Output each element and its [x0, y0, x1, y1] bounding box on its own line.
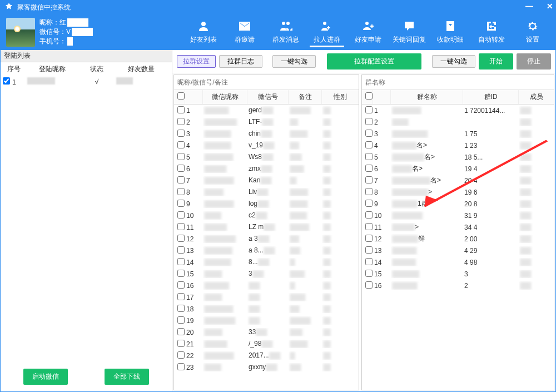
friend-row[interactable]: 9log: [174, 198, 359, 210]
friend-row[interactable]: 13a 8...: [174, 245, 359, 256]
title-bar: 聚客微信中控系统 — ✕: [1, 1, 555, 14]
start-button[interactable]: 开始: [479, 53, 513, 70]
friend-row[interactable]: 16: [174, 280, 359, 291]
group-row[interactable]: 11 72001144...: [362, 105, 554, 116]
keyword-reply-icon: [392, 18, 426, 34]
tab-pull-log[interactable]: 拉群日志: [219, 55, 262, 68]
friend-apply-icon: [351, 18, 385, 34]
settings-icon: [515, 18, 550, 34]
friend-row[interactable]: 6zmx: [174, 163, 359, 175]
group-row[interactable]: 144 98: [362, 256, 554, 268]
nav-friend-apply[interactable]: 好友申请: [351, 17, 385, 47]
friend-row[interactable]: 7Kan: [174, 175, 359, 186]
group-row[interactable]: 153: [362, 268, 554, 280]
user-avatar: [6, 18, 35, 47]
friend-row[interactable]: 3chin: [174, 128, 359, 140]
friend-row[interactable]: 18: [174, 303, 359, 315]
group-row[interactable]: 7名>20 4: [362, 175, 554, 186]
tab-pull-settings[interactable]: 拉群设置: [177, 55, 216, 68]
app-title: 聚客微信中控系统: [17, 3, 71, 12]
friend-row[interactable]: 17: [174, 291, 359, 303]
group-row[interactable]: 162: [362, 280, 554, 291]
search-icon: [348, 78, 355, 87]
login-row[interactable]: 1√: [1, 76, 172, 87]
group-row[interactable]: 2: [362, 116, 554, 128]
header: 昵称：红 微信号：V 手机号： 好友列表群邀请群发消息拉人进群好友申请关键词回复…: [1, 14, 555, 50]
group-row[interactable]: 5名>18 5...: [362, 151, 554, 163]
friend-row[interactable]: 11LZ m: [174, 221, 359, 233]
sidebar-title: 登陆列表: [1, 50, 172, 62]
group-row[interactable]: 11>34 4: [362, 221, 554, 233]
group-search-input[interactable]: [362, 75, 554, 90]
friend-row[interactable]: 15 3: [174, 268, 359, 280]
close-button[interactable]: ✕: [547, 2, 553, 11]
group-row[interactable]: 12鲜2 00: [362, 233, 554, 245]
auto-fwd-icon: [474, 18, 509, 34]
friend-row[interactable]: 1gerd: [174, 105, 359, 116]
friend-row[interactable]: 2LTF-: [174, 116, 359, 128]
check-all-right-button[interactable]: 一键勾选: [432, 55, 475, 68]
nav-keyword-reply[interactable]: 关键词回复: [392, 17, 426, 47]
friend-row[interactable]: 10c2: [174, 210, 359, 221]
all-offline-button[interactable]: 全部下线: [105, 369, 149, 385]
nav-pull-group[interactable]: 拉人进群: [310, 17, 344, 47]
group-row[interactable]: 31 75: [362, 128, 554, 140]
friend-row[interactable]: 5Ws8: [174, 151, 359, 163]
income-icon: [433, 18, 468, 34]
toolbar: 拉群设置 拉群日志 一键勾选 拉群配置设置 一键勾选 开始 停止: [172, 50, 555, 73]
search-icon: [543, 78, 550, 87]
friend-row[interactable]: 14 8...: [174, 256, 359, 268]
friends-list[interactable]: 1gerd2LTF-3chin4v_195Ws86zmx7Kan8Liv9log…: [174, 105, 359, 390]
app-logo-icon: [4, 2, 14, 12]
friend-list-icon: [186, 18, 221, 34]
friend-row[interactable]: 21/_98: [174, 338, 359, 350]
friend-row[interactable]: 19: [174, 315, 359, 326]
friend-row[interactable]: 8Liv: [174, 186, 359, 198]
launch-wechat-button[interactable]: 启动微信: [23, 369, 68, 385]
group-row[interactable]: 4名>1 23: [362, 140, 554, 151]
stop-button[interactable]: 停止: [517, 53, 551, 70]
group-select-all[interactable]: [365, 92, 373, 100]
nav-group-send[interactable]: 群发消息: [269, 17, 303, 47]
sidebar: 登陆列表 序号 登陆昵称 状态 好友数量 1√ 启动微信 全部下线: [1, 50, 172, 391]
group-row[interactable]: 8>19 6: [362, 186, 554, 198]
group-row[interactable]: 6名>19 4: [362, 163, 554, 175]
friends-pane: 微信昵称 微信号 备注 性别 1gerd2LTF-3chin4v_195Ws86…: [173, 75, 359, 390]
friend-row[interactable]: 23gxxny: [174, 361, 359, 373]
minimize-button[interactable]: —: [525, 2, 533, 11]
nav-group-invite[interactable]: 群邀请: [227, 17, 262, 47]
group-row[interactable]: 91群20 8: [362, 198, 554, 210]
friend-search-input[interactable]: [174, 75, 359, 90]
friend-row[interactable]: 12a 3: [174, 233, 359, 245]
groups-pane: 群名称 群ID 成员 11 72001144...231 754名>1 235名…: [361, 75, 554, 390]
user-info: 昵称：红 微信号：V 手机号：: [39, 18, 93, 46]
friend-row[interactable]: 2033: [174, 326, 359, 338]
pull-group-icon: [310, 18, 344, 34]
check-all-left-button[interactable]: 一键勾选: [272, 55, 316, 68]
nav-friend-list[interactable]: 好友列表: [186, 17, 221, 47]
nav-income[interactable]: 收款明细: [433, 17, 468, 47]
group-send-icon: [269, 18, 303, 34]
friend-row[interactable]: 4v_19: [174, 140, 359, 151]
nav-auto-fwd[interactable]: 自动转发: [474, 17, 509, 47]
sidebar-header: 序号 登陆昵称 状态 好友数量: [1, 62, 172, 76]
friend-select-all[interactable]: [177, 92, 185, 100]
group-invite-icon: [227, 18, 262, 34]
pull-group-config-button[interactable]: 拉群配置设置: [327, 53, 421, 70]
groups-list[interactable]: 11 72001144...231 754名>1 235名>18 5...6名>…: [362, 105, 554, 390]
friend-row[interactable]: 222017...: [174, 350, 359, 361]
group-row[interactable]: 134 29: [362, 245, 554, 256]
group-row[interactable]: 1031 9: [362, 210, 554, 221]
nav-settings[interactable]: 设置: [515, 17, 550, 47]
